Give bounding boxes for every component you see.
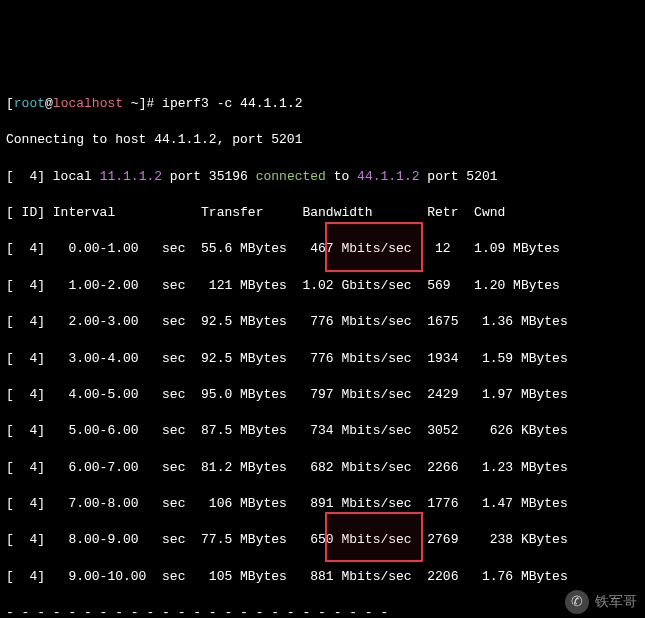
table-row: [ 4] 5.00-6.00 sec 87.5 MBytes 734 Mbits… — [6, 422, 639, 440]
table-row: [ 4] 6.00-7.00 sec 81.2 MBytes 682 Mbits… — [6, 459, 639, 477]
watermark-text: 铁军哥 — [595, 592, 637, 612]
separator: - - - - - - - - - - - - - - - - - - - - … — [6, 604, 639, 618]
watermark: ✆ 铁军哥 — [565, 590, 637, 614]
table-header: [ ID] Interval Transfer Bandwidth Retr C… — [6, 204, 639, 222]
table-row: [ 4] 0.00-1.00 sec 55.6 MBytes 467 Mbits… — [6, 240, 639, 258]
table-row: [ 4] 2.00-3.00 sec 92.5 MBytes 776 Mbits… — [6, 313, 639, 331]
local-line: [ 4] local 11.1.1.2 port 35196 connected… — [6, 168, 639, 186]
table-row: [ 4] 1.00-2.00 sec 121 MBytes 1.02 Gbits… — [6, 277, 639, 295]
table-row: [ 4] 9.00-10.00 sec 105 MBytes 881 Mbits… — [6, 568, 639, 586]
prompt-line[interactable]: [root@localhost ~]# iperf3 -c 44.1.1.2 — [6, 95, 639, 113]
connecting-line: Connecting to host 44.1.1.2, port 5201 — [6, 131, 639, 149]
table-row: [ 4] 7.00-8.00 sec 106 MBytes 891 Mbits/… — [6, 495, 639, 513]
wechat-icon: ✆ — [565, 590, 589, 614]
table-row: [ 4] 8.00-9.00 sec 77.5 MBytes 650 Mbits… — [6, 531, 639, 549]
table-row: [ 4] 4.00-5.00 sec 95.0 MBytes 797 Mbits… — [6, 386, 639, 404]
table-row: [ 4] 3.00-4.00 sec 92.5 MBytes 776 Mbits… — [6, 350, 639, 368]
